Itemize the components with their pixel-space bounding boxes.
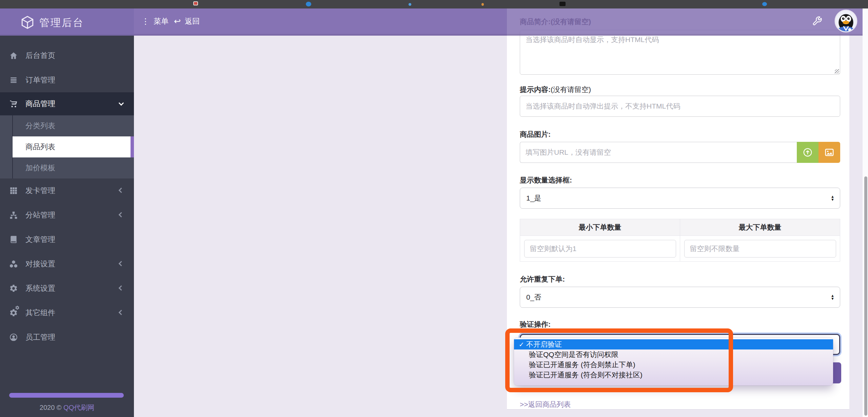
copyright: 2020 © QQ代刷网 [0, 403, 134, 412]
repeat-order-value: 0_否 [526, 292, 541, 302]
sidebar-item-markup-template[interactable]: 加价模板 [0, 157, 134, 178]
sitemap-icon [9, 211, 18, 220]
menu-button[interactable]: ⋮ 菜单 [141, 8, 169, 34]
sidebar-item-card-management[interactable]: 发卡管理 [0, 178, 134, 203]
min-qty-header: 最小下单数量 [520, 219, 680, 236]
tip-input[interactable] [520, 96, 840, 117]
back-button[interactable]: ↩ 返回 [174, 8, 200, 34]
cubes-icon [9, 260, 18, 268]
user-avatar[interactable] [834, 10, 857, 33]
sidebar: 管理后台 后台首页 订单管理 商品管理 分类列表 商品列表 [0, 8, 134, 417]
top-header-overlay [507, 8, 863, 36]
repeat-order-select[interactable]: 0_否 ▲▼ [520, 287, 840, 308]
sidebar-item-substation[interactable]: 分站管理 [0, 203, 134, 227]
menubar-app-icon [481, 3, 484, 6]
user-icon [9, 333, 18, 342]
cube-logo-icon [20, 15, 35, 30]
verify-dropdown-menu: ✓ 不开启验证 验证QQ空间是否有访问权限 验证已开通服务 (符合则禁止下单) … [514, 338, 833, 385]
select-stepper-icon: ▲▼ [831, 195, 834, 201]
sidebar-item-other-components[interactable]: 其它组件 [0, 301, 134, 325]
brand-title: 管理后台 [39, 16, 84, 30]
upload-button[interactable] [797, 142, 818, 163]
menubar-app-icon [306, 2, 311, 6]
footer-site-link[interactable]: QQ代刷网 [63, 404, 94, 411]
sidebar-scroll-slider[interactable] [9, 393, 124, 398]
products-submenu: 分类列表 商品列表 加价模板 [0, 115, 134, 178]
image-picker-button[interactable] [818, 142, 840, 163]
sidebar-item-staff[interactable]: 员工管理 [0, 325, 134, 349]
brand-header: 管理后台 [0, 8, 134, 36]
image-url-input[interactable] [520, 142, 797, 163]
menubar-app-icon [409, 3, 411, 6]
page-scrollbar [863, 8, 868, 417]
wrench-icon[interactable] [812, 16, 822, 26]
min-qty-input[interactable] [524, 240, 676, 258]
max-qty-input[interactable] [684, 240, 836, 258]
sidebar-item-orders[interactable]: 订单管理 [0, 68, 134, 92]
max-qty-header: 最大下单数量 [680, 219, 840, 236]
select-stepper-icon: ▲▼ [831, 294, 834, 300]
vertical-dots-icon: ⋮ [141, 17, 150, 25]
chevron-left-icon [119, 212, 124, 217]
menubar-app-icon [762, 2, 767, 6]
sidebar-item-dashboard[interactable]: 后台首页 [0, 43, 134, 68]
product-edit-panel: 商品简介:(没有请留空) 提示内容:(没有请留空) 商品图片: 显示数量选择框:… [507, 8, 849, 410]
resize-handle-icon[interactable] [835, 69, 839, 74]
tip-label: 提示内容:(没有请留空) [520, 85, 591, 94]
active-item-accent [131, 136, 134, 157]
dropdown-option-selected[interactable]: ✓ 不开启验证 [514, 339, 833, 349]
back-to-product-list-link[interactable]: >>返回商品列表 [520, 400, 571, 409]
sidebar-item-category-list[interactable]: 分类列表 [0, 115, 134, 136]
image-label: 商品图片: [520, 130, 551, 139]
order-quantity-table: 最小下单数量 最大下单数量 [520, 219, 840, 262]
back-arrow-icon: ↩ [174, 17, 181, 25]
image-url-group [520, 142, 840, 163]
sidebar-item-system-settings[interactable]: 系统设置 [0, 276, 134, 301]
menubar-app-icon [193, 1, 198, 5]
dropdown-option[interactable]: 验证已开通服务 (符合则禁止下单) [529, 360, 635, 370]
cart-icon [9, 99, 18, 108]
dropdown-option[interactable]: 验证已开通服务 (符合则不对接社区) [529, 370, 643, 380]
quantity-select-label: 显示数量选择框: [520, 175, 572, 185]
screen: 商品简介:(没有请留空) 提示内容:(没有请留空) 商品图片: 显示数量选择框:… [0, 0, 868, 417]
menubar-app-icon [559, 2, 566, 6]
quantity-select-value: 1_是 [526, 193, 541, 203]
quantity-select[interactable]: 1_是 ▲▼ [520, 188, 840, 209]
intro-textarea-wrap [520, 30, 840, 75]
repeat-order-label: 允许重复下单: [520, 274, 565, 284]
chevron-left-icon [119, 188, 124, 193]
sidebar-item-products[interactable]: 商品管理 [0, 92, 134, 115]
verify-label: 验证操作: [520, 320, 551, 329]
intro-textarea[interactable] [520, 30, 840, 75]
image-icon [824, 147, 834, 157]
macos-menubar [0, 0, 868, 8]
chevron-left-icon [119, 261, 124, 266]
top-header: ⋮ 菜单 ↩ 返回 [134, 8, 507, 36]
chevron-left-icon [119, 310, 124, 315]
list-icon [9, 76, 18, 84]
chevron-left-icon [119, 285, 124, 291]
chevron-down-icon [119, 100, 124, 106]
book-icon [9, 235, 18, 244]
scrollbar-thumb[interactable] [864, 176, 867, 416]
gear-icon [9, 284, 18, 293]
check-icon: ✓ [517, 341, 526, 348]
gears-small-icon [15, 305, 20, 310]
dropdown-option[interactable]: 验证QQ空间是否有访问权限 [529, 349, 618, 360]
sidebar-item-articles[interactable]: 文章管理 [0, 227, 134, 252]
sidebar-item-product-list[interactable]: 商品列表 [0, 136, 134, 157]
sidebar-item-docking-settings[interactable]: 对接设置 [0, 252, 134, 276]
grid-icon [9, 186, 18, 195]
home-icon [9, 51, 18, 60]
upload-icon [803, 147, 813, 157]
qq-penguin-icon [834, 10, 857, 33]
